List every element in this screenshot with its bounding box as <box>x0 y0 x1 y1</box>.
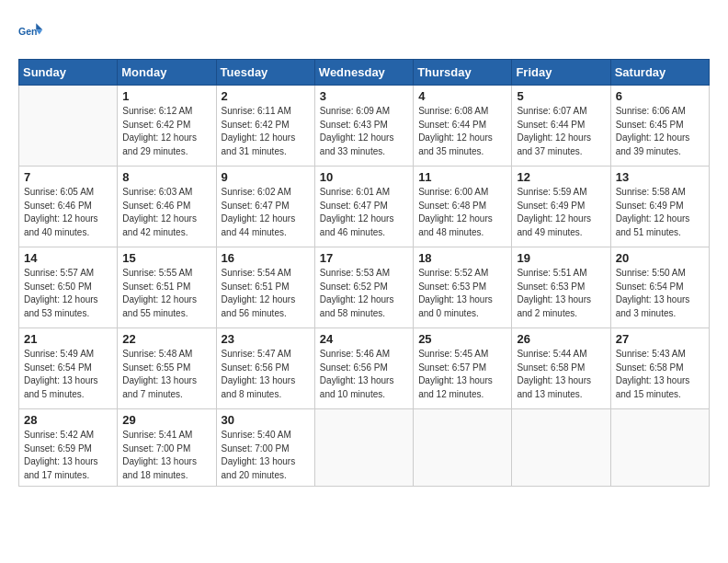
day-number: 13 <box>616 170 704 184</box>
day-number: 6 <box>616 89 704 103</box>
day-info: Sunrise: 5:43 AM Sunset: 6:58 PM Dayligh… <box>616 348 704 401</box>
col-header-thursday: Thursday <box>414 60 512 86</box>
day-number: 30 <box>222 413 310 427</box>
day-info: Sunrise: 6:07 AM Sunset: 6:44 PM Dayligh… <box>517 105 605 158</box>
calendar-cell: 3Sunrise: 6:09 AM Sunset: 6:43 PM Daylig… <box>314 86 413 167</box>
calendar-table: SundayMondayTuesdayWednesdayThursdayFrid… <box>18 59 710 487</box>
col-header-wednesday: Wednesday <box>314 60 413 86</box>
day-number: 14 <box>24 251 112 265</box>
calendar-cell: 28Sunrise: 5:42 AM Sunset: 6:59 PM Dayli… <box>19 409 118 487</box>
svg-text:Gen: Gen <box>18 26 37 37</box>
day-info: Sunrise: 5:50 AM Sunset: 6:54 PM Dayligh… <box>616 267 704 320</box>
day-number: 18 <box>418 251 506 265</box>
calendar-cell: 16Sunrise: 5:54 AM Sunset: 6:51 PM Dayli… <box>216 247 314 328</box>
day-info: Sunrise: 6:02 AM Sunset: 6:47 PM Dayligh… <box>222 186 310 239</box>
day-number: 8 <box>122 170 210 184</box>
calendar-cell: 22Sunrise: 5:48 AM Sunset: 6:55 PM Dayli… <box>118 328 216 409</box>
col-header-friday: Friday <box>512 60 610 86</box>
day-number: 4 <box>418 89 506 103</box>
day-info: Sunrise: 6:09 AM Sunset: 6:43 PM Dayligh… <box>320 105 408 158</box>
day-info: Sunrise: 5:40 AM Sunset: 7:00 PM Dayligh… <box>222 429 310 482</box>
day-number: 24 <box>320 332 408 346</box>
day-info: Sunrise: 5:58 AM Sunset: 6:49 PM Dayligh… <box>616 186 704 239</box>
day-number: 17 <box>320 251 408 265</box>
calendar-cell: 2Sunrise: 6:11 AM Sunset: 6:42 PM Daylig… <box>216 86 314 167</box>
calendar-cell <box>19 86 118 167</box>
day-info: Sunrise: 5:44 AM Sunset: 6:58 PM Dayligh… <box>517 348 605 401</box>
calendar-cell: 5Sunrise: 6:07 AM Sunset: 6:44 PM Daylig… <box>512 86 610 167</box>
calendar-cell: 24Sunrise: 5:46 AM Sunset: 6:56 PM Dayli… <box>314 328 413 409</box>
calendar-cell: 13Sunrise: 5:58 AM Sunset: 6:49 PM Dayli… <box>610 167 709 247</box>
day-info: Sunrise: 6:00 AM Sunset: 6:48 PM Dayligh… <box>418 186 506 239</box>
calendar-cell: 6Sunrise: 6:06 AM Sunset: 6:45 PM Daylig… <box>610 86 709 167</box>
day-number: 23 <box>222 332 310 346</box>
day-number: 3 <box>320 89 408 103</box>
calendar-cell: 9Sunrise: 6:02 AM Sunset: 6:47 PM Daylig… <box>216 167 314 247</box>
calendar-cell: 12Sunrise: 5:59 AM Sunset: 6:49 PM Dayli… <box>512 167 610 247</box>
day-number: 20 <box>616 251 704 265</box>
calendar-cell: 4Sunrise: 6:08 AM Sunset: 6:44 PM Daylig… <box>414 86 512 167</box>
day-number: 19 <box>517 251 605 265</box>
day-info: Sunrise: 5:51 AM Sunset: 6:53 PM Dayligh… <box>517 267 605 320</box>
day-info: Sunrise: 5:42 AM Sunset: 6:59 PM Dayligh… <box>24 429 112 482</box>
day-info: Sunrise: 5:59 AM Sunset: 6:49 PM Dayligh… <box>517 186 605 239</box>
day-number: 16 <box>222 251 310 265</box>
calendar-cell: 7Sunrise: 6:05 AM Sunset: 6:46 PM Daylig… <box>19 167 118 247</box>
col-header-sunday: Sunday <box>19 60 118 86</box>
day-number: 26 <box>517 332 605 346</box>
svg-marker-1 <box>36 23 42 29</box>
day-info: Sunrise: 5:49 AM Sunset: 6:54 PM Dayligh… <box>24 348 112 401</box>
calendar-cell: 25Sunrise: 5:45 AM Sunset: 6:57 PM Dayli… <box>414 328 512 409</box>
day-info: Sunrise: 5:46 AM Sunset: 6:56 PM Dayligh… <box>320 348 408 401</box>
calendar-cell: 23Sunrise: 5:47 AM Sunset: 6:56 PM Dayli… <box>216 328 314 409</box>
calendar-cell: 21Sunrise: 5:49 AM Sunset: 6:54 PM Dayli… <box>19 328 118 409</box>
day-info: Sunrise: 6:03 AM Sunset: 6:46 PM Dayligh… <box>122 186 210 239</box>
day-info: Sunrise: 5:53 AM Sunset: 6:52 PM Dayligh… <box>320 267 408 320</box>
calendar-cell: 11Sunrise: 6:00 AM Sunset: 6:48 PM Dayli… <box>414 167 512 247</box>
day-info: Sunrise: 6:08 AM Sunset: 6:44 PM Dayligh… <box>418 105 506 158</box>
calendar-cell: 19Sunrise: 5:51 AM Sunset: 6:53 PM Dayli… <box>512 247 610 328</box>
day-info: Sunrise: 5:55 AM Sunset: 6:51 PM Dayligh… <box>122 267 210 320</box>
calendar-cell <box>610 409 709 487</box>
day-info: Sunrise: 5:52 AM Sunset: 6:53 PM Dayligh… <box>418 267 506 320</box>
day-number: 5 <box>517 89 605 103</box>
calendar-cell: 20Sunrise: 5:50 AM Sunset: 6:54 PM Dayli… <box>610 247 709 328</box>
day-number: 25 <box>418 332 506 346</box>
day-number: 9 <box>222 170 310 184</box>
day-number: 1 <box>122 89 210 103</box>
day-info: Sunrise: 5:41 AM Sunset: 7:00 PM Dayligh… <box>122 429 210 482</box>
day-number: 29 <box>122 413 210 427</box>
day-info: Sunrise: 5:48 AM Sunset: 6:55 PM Dayligh… <box>122 348 210 401</box>
calendar-cell <box>414 409 512 487</box>
calendar-cell <box>512 409 610 487</box>
day-number: 7 <box>24 170 112 184</box>
day-number: 28 <box>24 413 112 427</box>
day-info: Sunrise: 6:11 AM Sunset: 6:42 PM Dayligh… <box>222 105 310 158</box>
day-number: 27 <box>616 332 704 346</box>
page-header: Gen <box>18 18 710 44</box>
day-info: Sunrise: 6:12 AM Sunset: 6:42 PM Dayligh… <box>122 105 210 158</box>
day-info: Sunrise: 5:47 AM Sunset: 6:56 PM Dayligh… <box>222 348 310 401</box>
day-info: Sunrise: 5:45 AM Sunset: 6:57 PM Dayligh… <box>418 348 506 401</box>
day-number: 15 <box>122 251 210 265</box>
logo: Gen <box>18 18 48 44</box>
logo-icon: Gen <box>18 18 44 44</box>
day-info: Sunrise: 6:06 AM Sunset: 6:45 PM Dayligh… <box>616 105 704 158</box>
day-info: Sunrise: 5:57 AM Sunset: 6:50 PM Dayligh… <box>24 267 112 320</box>
day-number: 10 <box>320 170 408 184</box>
day-info: Sunrise: 6:01 AM Sunset: 6:47 PM Dayligh… <box>320 186 408 239</box>
calendar-cell: 10Sunrise: 6:01 AM Sunset: 6:47 PM Dayli… <box>314 167 413 247</box>
calendar-cell: 29Sunrise: 5:41 AM Sunset: 7:00 PM Dayli… <box>118 409 216 487</box>
calendar-cell: 30Sunrise: 5:40 AM Sunset: 7:00 PM Dayli… <box>216 409 314 487</box>
col-header-saturday: Saturday <box>610 60 709 86</box>
calendar-cell: 15Sunrise: 5:55 AM Sunset: 6:51 PM Dayli… <box>118 247 216 328</box>
day-number: 2 <box>222 89 310 103</box>
day-number: 12 <box>517 170 605 184</box>
day-number: 11 <box>418 170 506 184</box>
calendar-cell: 17Sunrise: 5:53 AM Sunset: 6:52 PM Dayli… <box>314 247 413 328</box>
calendar-cell: 1Sunrise: 6:12 AM Sunset: 6:42 PM Daylig… <box>118 86 216 167</box>
calendar-cell <box>314 409 413 487</box>
calendar-cell: 18Sunrise: 5:52 AM Sunset: 6:53 PM Dayli… <box>414 247 512 328</box>
calendar-cell: 8Sunrise: 6:03 AM Sunset: 6:46 PM Daylig… <box>118 167 216 247</box>
day-number: 22 <box>122 332 210 346</box>
